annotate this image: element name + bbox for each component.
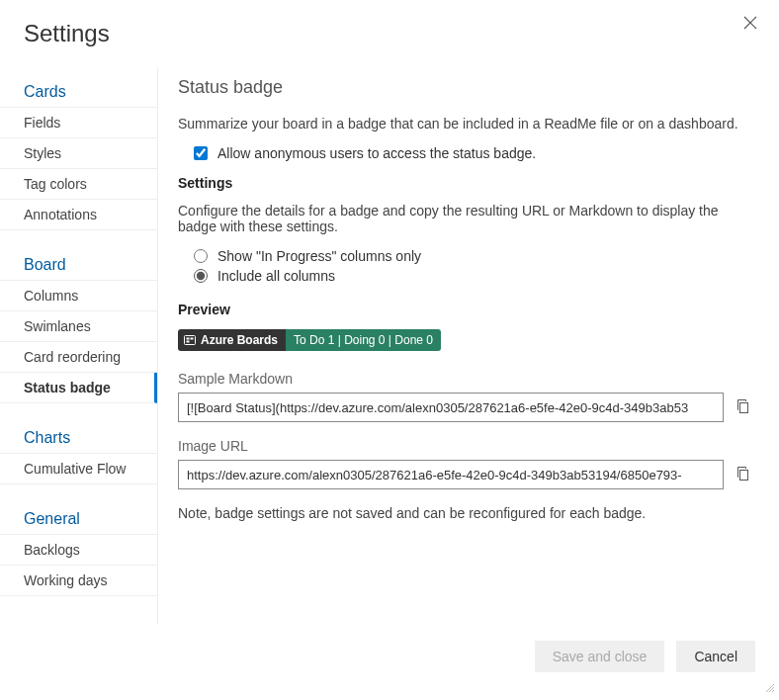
- preview-heading: Preview: [178, 302, 755, 317]
- radio-all-columns[interactable]: [194, 269, 208, 283]
- allow-anonymous-label: Allow anonymous users to access the stat…: [217, 145, 536, 161]
- sidebar-item-tag-colors[interactable]: Tag colors: [0, 169, 157, 200]
- radio-in-progress-row: Show "In Progress" columns only: [194, 248, 755, 264]
- sidebar-section-general[interactable]: General: [0, 504, 157, 535]
- allow-anonymous-row: Allow anonymous users to access the stat…: [178, 145, 755, 161]
- markdown-row: [178, 393, 755, 422]
- sidebar-item-annotations[interactable]: Annotations: [0, 200, 157, 230]
- sidebar-item-fields[interactable]: Fields: [0, 108, 157, 138]
- copy-icon: [736, 466, 751, 484]
- radio-in-progress-label: Show "In Progress" columns only: [217, 248, 421, 264]
- badge-brand-text: Azure Boards: [201, 333, 278, 347]
- image-url-row: [178, 460, 755, 489]
- radio-all-row: Include all columns: [194, 268, 755, 284]
- sidebar-item-status-badge[interactable]: Status badge: [0, 373, 157, 403]
- badge-status: To Do 1 | Doing 0 | Done 0: [286, 329, 441, 351]
- markdown-input[interactable]: [178, 393, 724, 422]
- settings-dialog: Settings Cards Fields Styles Tag colors …: [0, 0, 779, 700]
- settings-text: Configure the details for a badge and co…: [178, 203, 755, 234]
- radio-all-columns-label: Include all columns: [217, 268, 335, 284]
- allow-anonymous-checkbox[interactable]: [194, 146, 208, 160]
- sidebar-section-charts[interactable]: Charts: [0, 423, 157, 454]
- svg-rect-1: [187, 338, 190, 340]
- dialog-title: Settings: [0, 0, 779, 67]
- sidebar-item-card-reordering[interactable]: Card reordering: [0, 342, 157, 373]
- note-text: Note, badge settings are not saved and c…: [178, 505, 755, 521]
- sidebar-section-board[interactable]: Board: [0, 250, 157, 281]
- copy-icon: [736, 398, 751, 417]
- image-url-label: Image URL: [178, 438, 755, 454]
- sidebar-item-backlogs[interactable]: Backlogs: [0, 535, 157, 566]
- resize-grip-icon[interactable]: [763, 680, 775, 696]
- dialog-body: Cards Fields Styles Tag colors Annotatio…: [0, 67, 779, 625]
- columns-radio-group: Show "In Progress" columns only Include …: [178, 248, 755, 284]
- radio-in-progress[interactable]: [194, 249, 208, 263]
- content: Status badge Summarize your board in a b…: [158, 67, 779, 625]
- cancel-button[interactable]: Cancel: [676, 641, 755, 672]
- badge-brand: Azure Boards: [178, 329, 286, 351]
- content-description: Summarize your board in a badge that can…: [178, 116, 755, 131]
- status-badge-preview: Azure Boards To Do 1 | Doing 0 | Done 0: [178, 329, 441, 351]
- sidebar-item-cumulative-flow[interactable]: Cumulative Flow: [0, 454, 157, 484]
- copy-image-url-button[interactable]: [732, 462, 755, 488]
- svg-rect-0: [185, 336, 196, 345]
- dialog-footer: Save and close Cancel: [0, 625, 779, 700]
- save-button[interactable]: Save and close: [535, 641, 665, 672]
- sidebar-item-swimlanes[interactable]: Swimlanes: [0, 311, 157, 342]
- copy-markdown-button[interactable]: [732, 394, 755, 421]
- sidebar-section-cards[interactable]: Cards: [0, 77, 157, 108]
- markdown-label: Sample Markdown: [178, 371, 755, 387]
- sidebar-item-working-days[interactable]: Working days: [0, 566, 157, 596]
- image-url-input[interactable]: [178, 460, 724, 489]
- svg-rect-4: [740, 402, 748, 412]
- sidebar: Cards Fields Styles Tag colors Annotatio…: [0, 67, 158, 625]
- sidebar-item-styles[interactable]: Styles: [0, 138, 157, 169]
- svg-rect-2: [191, 338, 194, 340]
- settings-heading: Settings: [178, 175, 755, 191]
- azure-boards-icon: [184, 334, 196, 346]
- close-icon: [743, 16, 757, 33]
- sidebar-item-columns[interactable]: Columns: [0, 281, 157, 311]
- svg-rect-5: [740, 470, 748, 480]
- svg-rect-3: [187, 341, 190, 343]
- content-title: Status badge: [178, 77, 755, 98]
- close-button[interactable]: [739, 12, 761, 38]
